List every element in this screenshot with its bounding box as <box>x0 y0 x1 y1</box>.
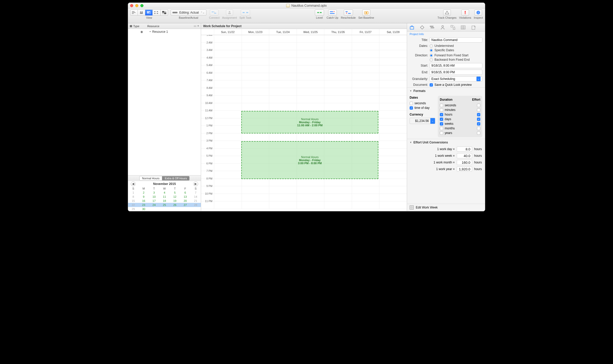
reschedule-button[interactable] <box>344 9 353 16</box>
radio-forward[interactable]: Forward from Fixed Start <box>430 54 470 57</box>
calendar-days[interactable]: 1234567891011121314151617181920212223242… <box>128 191 201 211</box>
cal-day[interactable]: 24 <box>149 203 159 207</box>
eff-days[interactable] <box>477 118 480 121</box>
eff-weeks[interactable] <box>477 122 480 126</box>
cal-day[interactable]: 30 <box>139 207 149 211</box>
cal-day[interactable]: 12 <box>170 195 180 199</box>
inspector-tab-project[interactable] <box>409 25 415 30</box>
cal-day[interactable] <box>180 207 191 211</box>
schedule-grid[interactable]: 1 AM2 AM3 AM4 AM5 AM6 AM7 AM8 AM9 AM10 A… <box>201 35 407 211</box>
radio-backward[interactable]: Backward from Fixed End <box>430 58 470 61</box>
cal-day[interactable]: 25 <box>159 203 170 207</box>
cal-day[interactable] <box>170 207 180 211</box>
cal-day[interactable]: 10 <box>149 195 159 199</box>
cal-day[interactable]: 26 <box>170 203 180 207</box>
cal-day[interactable]: 9 <box>139 195 149 199</box>
cal-day[interactable]: 16 <box>139 199 149 203</box>
chk-tod[interactable] <box>410 106 413 110</box>
resource-item[interactable]: ◉ • Resource 1 <box>128 29 201 35</box>
cal-day[interactable]: 1 <box>128 191 139 195</box>
cal-prev-button[interactable]: ◀ <box>131 182 136 186</box>
edit-work-week[interactable]: Edit Work Week <box>407 204 485 211</box>
cal-day[interactable]: 7 <box>190 191 201 195</box>
dur-years[interactable] <box>440 131 443 135</box>
set-baseline-button[interactable] <box>362 9 370 16</box>
eff-seconds[interactable] <box>477 104 480 107</box>
cal-next-button[interactable]: ▶ <box>193 182 198 186</box>
conv-week[interactable] <box>457 153 472 158</box>
eff-minutes[interactable] <box>477 108 480 112</box>
end-field[interactable] <box>430 70 482 75</box>
cal-day[interactable]: 27 <box>180 203 191 207</box>
dur-minutes[interactable] <box>440 108 443 112</box>
view-resources-button[interactable] <box>138 9 145 16</box>
cal-day[interactable]: 20 <box>180 199 191 203</box>
level-button[interactable] <box>315 9 324 16</box>
formats-disclosure[interactable]: ▼Formats <box>407 87 485 94</box>
view-gantt-button[interactable] <box>130 9 138 16</box>
split-task-button[interactable] <box>241 9 250 16</box>
inspector-tab-custom[interactable] <box>450 25 456 30</box>
conv-year[interactable] <box>457 167 472 172</box>
tab-normal-hours[interactable]: Normal Hours <box>139 176 162 181</box>
start-field[interactable] <box>430 63 482 68</box>
cal-day[interactable] <box>149 207 159 211</box>
catchup-button[interactable] <box>328 9 337 16</box>
cal-day[interactable]: 3 <box>149 191 159 195</box>
radio-undetermined[interactable]: Undetermined <box>430 44 454 48</box>
inspector-tab-export[interactable] <box>471 25 476 30</box>
dur-seconds[interactable] <box>440 104 443 107</box>
inspector-tab-milestones[interactable] <box>419 25 425 30</box>
inspector-tab-styles[interactable] <box>430 25 435 30</box>
cal-day[interactable]: 5 <box>170 191 180 195</box>
inspect-button[interactable]: i <box>474 9 482 16</box>
cal-day[interactable]: 28 <box>190 203 201 207</box>
title-field[interactable] <box>430 37 482 43</box>
track-changes-button[interactable] <box>443 9 451 16</box>
eff-hours[interactable] <box>477 113 480 116</box>
cal-day[interactable]: 22 <box>128 203 139 207</box>
cal-day[interactable]: 11 <box>159 195 170 199</box>
inspector-tab-table[interactable] <box>460 25 466 30</box>
cal-day[interactable]: 18 <box>159 199 170 203</box>
cal-day[interactable]: 23 <box>139 203 149 207</box>
connect-button[interactable] <box>210 9 219 16</box>
eff-years[interactable] <box>477 131 480 135</box>
cal-day[interactable]: 13 <box>180 195 191 199</box>
baseline-actual-dropdown[interactable]: Editing: Actual ⌃⌄ <box>171 9 206 16</box>
cal-day[interactable]: 4 <box>159 191 170 195</box>
radio-specific[interactable]: Specific Dates <box>430 48 454 52</box>
cal-day[interactable]: 14 <box>190 195 201 199</box>
conv-month[interactable] <box>457 160 472 165</box>
quicklook-checkbox[interactable] <box>430 83 433 87</box>
work-block-1[interactable]: Normal Hours Monday - Friday 11:00 AM - … <box>241 111 378 133</box>
inspector-tab-resource[interactable] <box>440 25 445 30</box>
dur-weeks[interactable] <box>440 122 443 126</box>
conv-day[interactable] <box>457 147 472 152</box>
eff-months[interactable] <box>477 127 480 130</box>
cal-day[interactable] <box>159 207 170 211</box>
dur-months[interactable] <box>440 127 443 130</box>
dur-days[interactable] <box>440 118 443 121</box>
cal-day[interactable]: 2 <box>139 191 149 195</box>
cal-day[interactable]: 8 <box>128 195 139 199</box>
view-styles-button[interactable] <box>161 9 168 16</box>
tab-extra-off-hours[interactable]: Extra & Off Hours <box>162 176 190 181</box>
cal-day[interactable]: 6 <box>180 191 191 195</box>
cal-day[interactable]: 29 <box>128 207 139 211</box>
cal-day[interactable]: 21 <box>190 199 201 203</box>
view-calendar-button[interactable] <box>145 9 153 16</box>
granularity-select[interactable]: Exact Scheduling⌄ <box>430 76 482 81</box>
violations-button[interactable] <box>461 9 469 16</box>
work-block-2[interactable]: Normal Hours Monday - Friday 3:00 PM - 8… <box>241 141 378 179</box>
cal-day[interactable]: 19 <box>170 199 180 203</box>
currency-field[interactable]: $1,234.56⌄ <box>410 118 435 124</box>
cal-day[interactable] <box>190 207 201 211</box>
cal-day[interactable]: 15 <box>128 199 139 203</box>
view-network-button[interactable] <box>153 9 161 16</box>
chk-seconds[interactable] <box>410 102 413 105</box>
dur-hours[interactable] <box>440 113 443 116</box>
assignment-button[interactable] <box>226 9 233 16</box>
effort-conv-disclosure[interactable]: ▼Effort Unit Conversions <box>407 139 485 146</box>
cal-day[interactable]: 17 <box>149 199 159 203</box>
